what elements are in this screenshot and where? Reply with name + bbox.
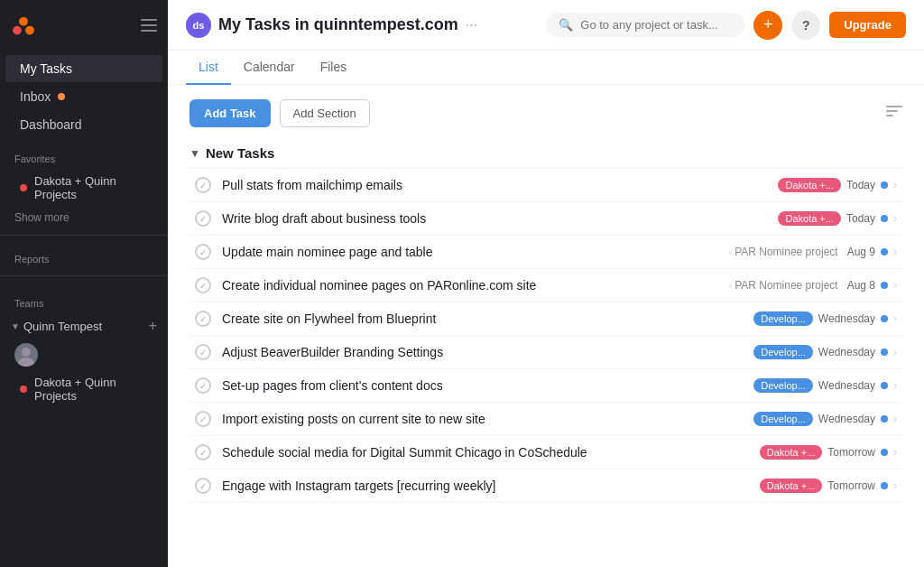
task-check-8[interactable]: ✓ <box>195 411 211 427</box>
svg-rect-9 <box>886 110 898 112</box>
task-project-tag: ‹ PAR Nominee project <box>729 279 838 292</box>
sidebar-divider-2 <box>0 275 168 276</box>
task-badge: Develop... <box>753 378 813 393</box>
task-meta: Develop... Wednesday › <box>753 311 897 326</box>
task-check-6[interactable]: ✓ <box>195 344 211 360</box>
show-more-link[interactable]: Show more <box>0 208 168 228</box>
table-row[interactable]: ✓ Update main nominee page and table ‹ P… <box>189 236 902 269</box>
task-check-10[interactable]: ✓ <box>195 478 211 494</box>
sidebar-item-dakota-quinn-projects[interactable]: Dakota + Quinn Projects <box>5 371 162 407</box>
section-chevron-icon[interactable]: ▼ <box>189 147 200 160</box>
team-avatar-item <box>0 339 168 370</box>
task-expand-icon[interactable]: › <box>893 413 897 425</box>
task-meta: Develop... Wednesday › <box>753 378 897 393</box>
table-row[interactable]: ✓ Import existing posts on current site … <box>189 403 902 436</box>
sidebar-nav: My Tasks Inbox Dashboard <box>0 51 168 143</box>
upgrade-button[interactable]: Upgrade <box>829 12 906 38</box>
task-meta: Develop... Wednesday › <box>753 412 897 426</box>
team-add-button[interactable]: + <box>149 318 157 334</box>
table-row[interactable]: ✓ Adjust BeaverBuilder Branding Settings… <box>189 336 902 369</box>
sidebar-item-inbox[interactable]: Inbox <box>5 83 162 110</box>
favorites-section-label: Favorites <box>0 143 168 168</box>
project-label: Dakota + Quinn Projects <box>34 174 148 201</box>
task-name: Engage with Instagram targets [recurring… <box>222 479 751 493</box>
task-expand-icon[interactable]: › <box>893 279 897 292</box>
task-check-4[interactable]: ✓ <box>195 277 211 293</box>
task-date: Aug 8 <box>847 279 875 292</box>
sidebar-item-label: Dashboard <box>20 117 82 132</box>
task-status-dot <box>881 349 888 356</box>
sort-icon[interactable] <box>886 106 902 122</box>
team-name-row[interactable]: ▼ Quinn Tempest + <box>0 312 168 339</box>
svg-point-0 <box>19 17 28 26</box>
task-badge: Develop... <box>753 345 813 359</box>
tab-calendar[interactable]: Calendar <box>231 51 308 85</box>
task-expand-icon[interactable]: › <box>893 446 897 459</box>
task-check-7[interactable]: ✓ <box>195 377 211 394</box>
task-expand-icon[interactable]: › <box>893 179 897 191</box>
sidebar-divider <box>0 235 168 236</box>
sidebar-item-dakota-quinn[interactable]: Dakota + Quinn Projects <box>5 169 162 207</box>
task-name: Write blog draft about business tools <box>222 211 769 226</box>
table-row[interactable]: ✓ Schedule social media for Digital Summ… <box>189 436 902 469</box>
search-icon: 🔍 <box>559 18 573 32</box>
tabbar: List Calendar Files <box>168 51 924 85</box>
task-name: Update main nominee page and table <box>222 245 720 259</box>
task-expand-icon[interactable]: › <box>893 312 897 325</box>
task-badge: Develop... <box>753 311 813 326</box>
project-dot <box>20 184 27 191</box>
sidebar-item-dashboard[interactable]: Dashboard <box>5 111 162 138</box>
add-section-button[interactable]: Add Section <box>280 99 370 127</box>
task-expand-icon[interactable]: › <box>893 212 897 225</box>
add-button[interactable]: + <box>753 11 782 40</box>
team-member-avatar <box>14 343 38 367</box>
table-row[interactable]: ✓ Pull stats from mailchimp emails Dakot… <box>189 169 902 202</box>
main-area: ds My Tasks in quinntempest.com ··· 🔍 + … <box>168 0 924 567</box>
task-check-1[interactable]: ✓ <box>195 177 211 193</box>
project-dot-2 <box>20 386 27 393</box>
task-check-2[interactable]: ✓ <box>195 210 211 227</box>
tab-list[interactable]: List <box>186 51 231 85</box>
help-button[interactable]: ? <box>791 11 820 40</box>
task-expand-icon[interactable]: › <box>893 346 897 358</box>
sidebar-item-my-tasks[interactable]: My Tasks <box>5 55 162 82</box>
task-badge: Dakota +... <box>778 211 841 226</box>
task-expand-icon[interactable]: › <box>893 246 897 258</box>
task-status-dot <box>881 181 888 189</box>
table-row[interactable]: ✓ Create site on Flywheel from Blueprint… <box>189 302 902 336</box>
section-title: New Tasks <box>206 145 274 161</box>
table-row[interactable]: ✓ Write blog draft about business tools … <box>189 202 902 236</box>
task-status-dot <box>881 315 888 322</box>
task-check-9[interactable]: ✓ <box>195 444 211 460</box>
task-status-dot <box>881 215 888 222</box>
page-title: My Tasks in quinntempest.com <box>218 15 458 34</box>
svg-point-7 <box>18 358 34 367</box>
task-badge: Develop... <box>753 412 813 426</box>
task-date: Aug 9 <box>847 246 875 258</box>
hamburger-icon[interactable] <box>141 19 157 32</box>
table-row[interactable]: ✓ Set-up pages from client's content doc… <box>189 369 902 403</box>
search-input[interactable] <box>580 18 732 32</box>
task-expand-icon[interactable]: › <box>893 479 897 492</box>
task-status-dot <box>881 248 888 256</box>
svg-rect-4 <box>141 24 157 26</box>
page-more-icon[interactable]: ··· <box>466 17 477 33</box>
task-meta: Dakota +... Tomorrow › <box>760 479 897 493</box>
table-row[interactable]: ✓ Create individual nominee pages on PAR… <box>189 269 902 302</box>
task-check-3[interactable]: ✓ <box>195 244 211 260</box>
sidebar: My Tasks Inbox Dashboard Favorites Dakot… <box>0 0 168 567</box>
task-project-tag: ‹ PAR Nominee project <box>729 246 838 258</box>
sidebar-item-label: Inbox <box>20 89 51 104</box>
section-header: ▼ New Tasks <box>189 142 902 164</box>
search-bar[interactable]: 🔍 <box>546 13 744 37</box>
reports-section-label: Reports <box>0 243 168 268</box>
task-status-dot <box>881 482 888 489</box>
add-task-button[interactable]: Add Task <box>189 99 271 127</box>
task-check-5[interactable]: ✓ <box>195 311 211 327</box>
task-meta: Dakota +... Today › <box>778 211 897 226</box>
task-status-dot <box>881 282 888 289</box>
task-date: Wednesday <box>818 413 875 425</box>
task-expand-icon[interactable]: › <box>893 379 897 392</box>
table-row[interactable]: ✓ Engage with Instagram targets [recurri… <box>189 469 902 503</box>
tab-files[interactable]: Files <box>308 51 360 85</box>
